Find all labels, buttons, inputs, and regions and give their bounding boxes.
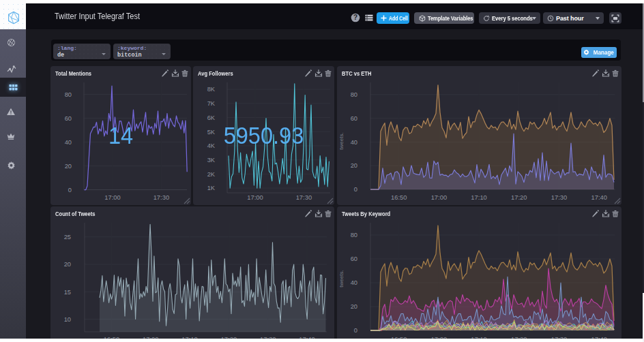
svg-text:0: 0 [353, 327, 357, 334]
svg-text:20: 20 [350, 162, 357, 169]
svg-text:10: 10 [64, 316, 71, 323]
svg-text:0: 0 [353, 186, 357, 193]
svg-text:tweets.: tweets. [338, 132, 344, 149]
svg-text:20: 20 [350, 303, 357, 310]
svg-text:15: 15 [64, 289, 71, 296]
svg-text:?: ? [353, 14, 357, 21]
svg-text:17:30: 17:30 [551, 193, 566, 200]
svg-text:80: 80 [350, 232, 357, 238]
svg-text:20: 20 [64, 261, 71, 268]
svg-text:17:20: 17:20 [511, 193, 527, 200]
svg-text:80: 80 [350, 91, 357, 98]
svg-text:60: 60 [350, 114, 357, 121]
svg-text:60: 60 [350, 255, 357, 262]
svg-text:17:40: 17:40 [591, 193, 606, 200]
svg-text:17:10: 17:10 [471, 193, 486, 200]
svg-text:tweets.: tweets. [338, 270, 344, 287]
svg-text:25: 25 [64, 234, 71, 240]
svg-text:40: 40 [350, 138, 357, 145]
svg-text:17:00: 17:00 [430, 193, 446, 200]
svg-text:16:50: 16:50 [390, 193, 406, 200]
svg-text:40: 40 [350, 279, 357, 286]
